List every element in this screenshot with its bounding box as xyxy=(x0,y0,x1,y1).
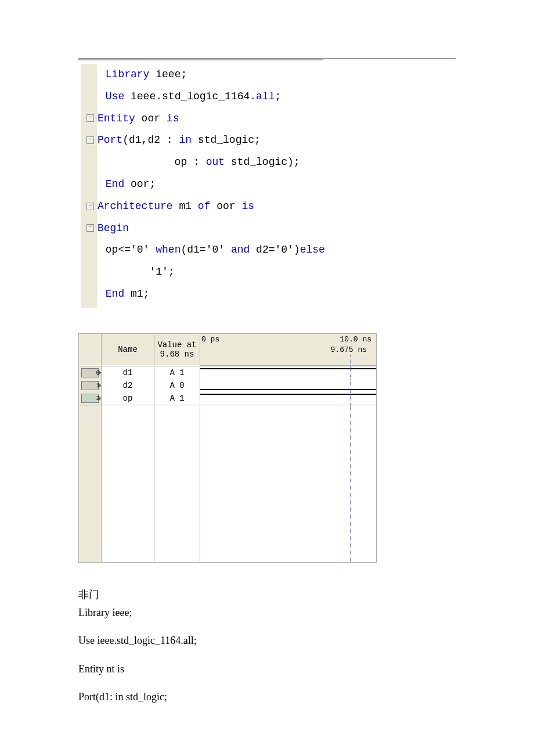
code-text: m1; xyxy=(124,288,149,300)
code-text: (d1,d2 : xyxy=(122,134,179,146)
keyword: when xyxy=(156,244,181,255)
fold-icon[interactable]: − xyxy=(86,136,94,144)
cursor-time-label: 9.675 ns xyxy=(331,345,367,354)
keyword: Entity xyxy=(98,113,135,124)
waveform-lane[interactable] xyxy=(200,379,376,392)
editor-gutter xyxy=(81,64,97,308)
keyword: Begin xyxy=(98,222,129,234)
time-ruler[interactable]: 0 ps 10.0 ns 9.675 ns xyxy=(200,334,376,366)
code-text: oor xyxy=(135,113,167,124)
keyword: is xyxy=(167,113,179,124)
code-text: ieee; xyxy=(149,69,187,80)
time-cursor[interactable] xyxy=(350,392,351,405)
waveform-lane[interactable] xyxy=(200,392,376,405)
ruler-start-label: 0 ps xyxy=(201,335,219,344)
keyword: out xyxy=(206,156,225,168)
code-line: Library ieee; xyxy=(78,607,132,618)
signal-row[interactable]: 2 op A 1 xyxy=(79,392,376,405)
code-text: d2='0') xyxy=(250,244,300,255)
keyword: and xyxy=(231,244,250,255)
code-line: Entity nt is xyxy=(78,663,124,675)
code-text: oor xyxy=(210,200,241,212)
code-line: Use ieee.std_logic_1164.all; xyxy=(78,635,197,646)
keyword: all xyxy=(256,91,275,102)
keyword: End xyxy=(106,178,124,190)
time-cursor[interactable] xyxy=(350,366,351,379)
signal-value: A 1 xyxy=(169,368,184,377)
code-text: m1 xyxy=(173,200,198,212)
keyword: is xyxy=(241,200,254,212)
keyword: End xyxy=(106,288,124,300)
code-text: '1'; xyxy=(99,266,175,278)
keyword: Port xyxy=(98,134,122,146)
code-text: std_logic; xyxy=(192,134,261,146)
code-text: ; xyxy=(275,91,281,102)
time-cursor[interactable] xyxy=(350,355,351,365)
code-text: std_logic); xyxy=(225,156,300,168)
keyword: Architecture xyxy=(98,200,173,212)
code-editor: Library ieee; Use ieee.std_logic_1164.al… xyxy=(78,58,456,310)
signal-value: A 0 xyxy=(169,381,184,390)
waveform-lane[interactable] xyxy=(200,366,376,379)
code-text: op : xyxy=(99,156,206,168)
pin-index: 0 xyxy=(96,369,100,376)
time-cursor[interactable] xyxy=(350,405,351,562)
code-text: oor; xyxy=(124,178,156,190)
signal-value: A 1 xyxy=(169,394,184,403)
keyword: of xyxy=(198,200,211,212)
keyword: Use xyxy=(106,91,124,102)
fold-icon[interactable]: − xyxy=(86,224,94,232)
pin-index: 2 xyxy=(96,395,100,402)
signal-name: op xyxy=(123,394,133,403)
code-line: Port(d1: in std_logic; xyxy=(78,691,167,703)
document-text: 非门Library ieee; Use ieee.std_logic_1164.… xyxy=(78,586,456,706)
time-cursor[interactable] xyxy=(350,379,351,392)
column-header-value: Value at xyxy=(157,340,196,350)
code-text: ieee.std_logic_1164. xyxy=(124,91,256,102)
fold-icon[interactable]: − xyxy=(86,203,94,210)
fold-icon[interactable]: − xyxy=(86,114,94,122)
keyword: else xyxy=(300,244,325,255)
signal-name: d2 xyxy=(123,381,133,390)
code-content: Library ieee; Use ieee.std_logic_1164.al… xyxy=(97,64,453,305)
code-text: (d1='0' xyxy=(181,244,230,255)
keyword: Library xyxy=(106,69,150,80)
signal-row[interactable]: 1 d2 A 0 xyxy=(79,379,376,392)
waveform-viewer: Name Value at 9.68 ns 0 ps 10.0 ns 9.675… xyxy=(78,333,377,563)
signal-name: d1 xyxy=(123,368,133,377)
code-text: op<='0' xyxy=(106,244,156,255)
column-header-name: Name xyxy=(118,345,138,354)
pin-index: 1 xyxy=(96,382,100,389)
column-header-value-time: 9.68 ns xyxy=(160,350,194,359)
ruler-end-label: 10.0 ns xyxy=(340,335,371,344)
keyword: in xyxy=(179,134,192,146)
section-title: 非门 xyxy=(78,589,99,600)
signal-row[interactable]: 0 d1 A 1 xyxy=(79,366,376,379)
